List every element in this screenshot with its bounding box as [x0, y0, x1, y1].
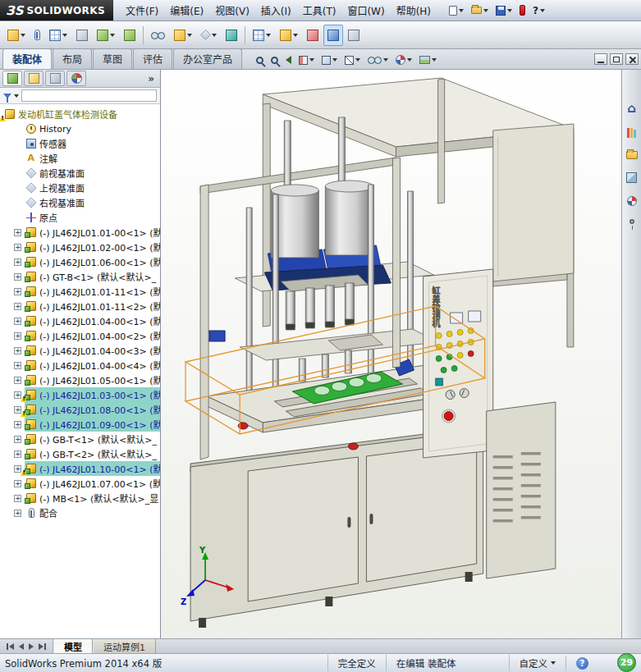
- tab-layout[interactable]: 布局: [53, 48, 92, 69]
- next-sheet-button[interactable]: [29, 643, 34, 650]
- expand-icon[interactable]: [14, 377, 21, 384]
- expand-icon[interactable]: [14, 510, 21, 517]
- tree-item[interactable]: 配合: [0, 505, 160, 520]
- tree-item[interactable]: History: [0, 121, 160, 136]
- featuremanager-tab[interactable]: [2, 71, 22, 86]
- appearances-icon[interactable]: [627, 196, 637, 206]
- tree-item[interactable]: (-) JL462JL01.08-00<1> (默: [0, 402, 160, 417]
- tree-item[interactable]: (-) JL462JL01.02-00<1> (默: [0, 240, 160, 254]
- section-view-button[interactable]: [297, 55, 316, 66]
- tree-item[interactable]: (-) GB-T<1> (默认<默认>_: [0, 432, 160, 446]
- tab-sketch[interactable]: 草图: [93, 48, 132, 69]
- expand-icon[interactable]: [14, 450, 21, 458]
- zoom-fit-button[interactable]: [254, 56, 265, 65]
- display-style-button[interactable]: [343, 55, 362, 66]
- move-component-button[interactable]: [93, 25, 119, 46]
- instant3d-button[interactable]: [344, 25, 364, 46]
- pin-icon[interactable]: [630, 219, 634, 224]
- show-hidden-components-button[interactable]: [147, 25, 169, 46]
- last-sheet-button[interactable]: [39, 643, 46, 650]
- tree-root-item[interactable]: 发动机缸盖气体检测设备: [0, 107, 160, 121]
- save-button[interactable]: [493, 4, 515, 17]
- view-palette-icon[interactable]: [626, 172, 637, 183]
- open-document-button[interactable]: [469, 5, 491, 16]
- dropdown-caret-icon[interactable]: [14, 94, 19, 98]
- expand-icon[interactable]: [14, 303, 21, 310]
- doc-minimize-button[interactable]: [594, 53, 607, 65]
- expand-icon[interactable]: [14, 288, 21, 295]
- status-help-button[interactable]: ?: [565, 656, 598, 671]
- tree-item[interactable]: (-) JL462JL01.03-00<1> (默: [0, 387, 160, 402]
- component-pattern-button[interactable]: [45, 25, 71, 46]
- doc-close-button[interactable]: [625, 53, 639, 65]
- file-explorer-icon[interactable]: [626, 151, 638, 159]
- control-panel[interactable]: 缸盖检测机: [424, 269, 493, 458]
- doc-restore-button[interactable]: [610, 53, 623, 65]
- new-document-button[interactable]: [446, 4, 466, 17]
- task-pane-home-icon[interactable]: ⌂: [627, 103, 636, 115]
- tree-item[interactable]: 注解: [0, 151, 160, 166]
- status-custom-button[interactable]: 自定义: [509, 655, 566, 671]
- view-orientation-button[interactable]: [320, 55, 339, 66]
- motion-study-tab[interactable]: 运动算例1: [93, 639, 156, 653]
- menu-insert[interactable]: 插入(I): [255, 1, 297, 20]
- menu-tools[interactable]: 工具(T): [297, 1, 342, 20]
- first-sheet-button[interactable]: [7, 643, 14, 650]
- filter-field[interactable]: [21, 89, 157, 102]
- expand-icon[interactable]: [14, 273, 21, 281]
- tree-item[interactable]: (-) JL462JL01.10-00<1> (默: [0, 461, 160, 476]
- tree-item[interactable]: (-) JL462JL01.06-00<1> (默: [0, 254, 160, 269]
- tree-item[interactable]: (-) JL462JL01.09-00<1> (默: [0, 417, 160, 432]
- exploded-view-button[interactable]: [276, 25, 302, 46]
- filter-icon[interactable]: [3, 94, 11, 98]
- tree-item[interactable]: (-) JL462JL01.04-00<3> (默: [0, 343, 160, 358]
- bill-of-materials-button[interactable]: [249, 25, 275, 46]
- tree-item[interactable]: 前视基准面: [0, 166, 160, 181]
- smart-fasteners-button[interactable]: [72, 25, 92, 46]
- vent-panel[interactable]: [487, 402, 556, 578]
- tree-item[interactable]: (-) JL462JL01.04-00<2> (默: [0, 328, 160, 343]
- help-button[interactable]: ?: [530, 3, 547, 18]
- tab-evaluate[interactable]: 评估: [133, 48, 172, 69]
- tree-item[interactable]: (-) JL462JL01.01-11<2> (默: [0, 299, 160, 313]
- expand-icon[interactable]: [14, 332, 21, 340]
- expand-icon[interactable]: [14, 258, 21, 266]
- menu-view[interactable]: 视图(V): [209, 1, 255, 20]
- expand-icon[interactable]: [14, 362, 21, 369]
- expand-icon[interactable]: [14, 480, 21, 487]
- tree-item[interactable]: (-) GB-T<2> (默认<默认>_: [0, 446, 160, 461]
- displaymanager-tab[interactable]: [66, 71, 86, 86]
- reference-geometry-button[interactable]: [197, 25, 221, 46]
- zoom-area-button[interactable]: [269, 56, 280, 65]
- expand-icon[interactable]: [14, 244, 21, 251]
- propertymanager-tab[interactable]: [24, 71, 43, 86]
- previous-view-button[interactable]: [284, 55, 293, 65]
- configurationmanager-tab[interactable]: [45, 71, 65, 86]
- new-motion-study-button[interactable]: [222, 25, 241, 46]
- prev-sheet-button[interactable]: [19, 643, 24, 650]
- assembly-features-button[interactable]: [170, 25, 196, 46]
- expand-icon[interactable]: [14, 421, 21, 428]
- apply-scene-button[interactable]: [418, 55, 438, 65]
- menu-file[interactable]: 文件(F): [120, 1, 164, 20]
- tree-item[interactable]: 原点: [0, 210, 160, 225]
- explode-line-sketch-button[interactable]: [303, 25, 323, 46]
- tree-item[interactable]: (-) JL462JL01.01-00<1> (默: [0, 225, 160, 240]
- graphics-area[interactable]: 缸盖检测机: [161, 70, 621, 638]
- expand-icon[interactable]: [14, 436, 21, 443]
- panel-expand-button[interactable]: »: [144, 73, 158, 85]
- expand-icon[interactable]: [14, 318, 21, 325]
- expand-icon[interactable]: [14, 347, 21, 354]
- tree-item[interactable]: (-) MB<1> (默认<默认>_显: [0, 491, 160, 505]
- hide-show-items-button[interactable]: [366, 56, 390, 64]
- expand-icon[interactable]: [14, 229, 21, 236]
- tab-office-products[interactable]: 办公室产品: [173, 48, 242, 69]
- mate-button[interactable]: [30, 25, 44, 46]
- tree-item[interactable]: 传感器: [0, 136, 160, 151]
- tree-item[interactable]: (-) GT-B<1> (默认<默认>_: [0, 269, 160, 284]
- tree-item[interactable]: (-) JL462JL01.01-11<1> (默: [0, 284, 160, 299]
- tree-item[interactable]: 上视基准面: [0, 181, 160, 195]
- interference-detection-button[interactable]: [323, 25, 343, 46]
- design-library-icon[interactable]: [627, 128, 636, 138]
- menu-window[interactable]: 窗口(W): [341, 1, 390, 20]
